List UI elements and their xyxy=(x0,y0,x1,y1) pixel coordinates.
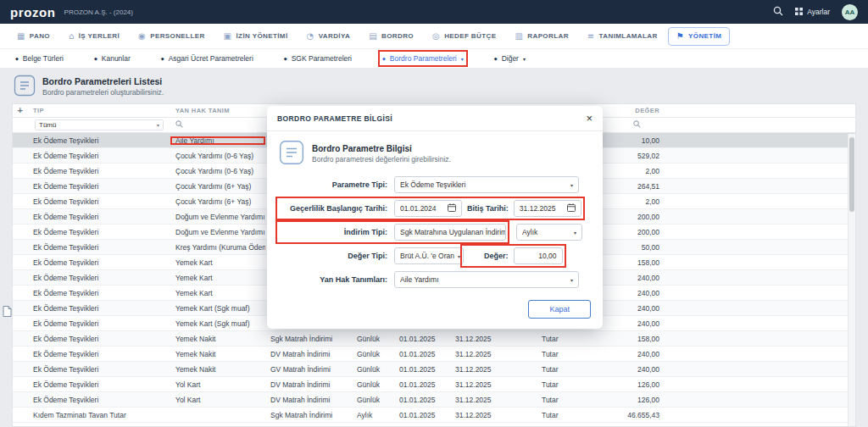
cell-degertipi: Tutar xyxy=(537,335,587,343)
close-icon[interactable]: × xyxy=(586,113,593,124)
personeller-icon: ◉ xyxy=(138,32,146,41)
subnav-label: Diğer xyxy=(502,54,519,63)
tip-filter-select[interactable]: Tümü ▾ xyxy=(35,119,164,130)
cell-tip: Ek Ödeme Teşvikleri xyxy=(28,258,170,267)
cell-baslangic: 01.01.2025 xyxy=(394,396,450,404)
cell-bitis: 31.12.2025 xyxy=(450,335,537,343)
cell-tip: Ek Ödeme Teşvikleri xyxy=(28,335,170,343)
deger-tipi-select[interactable]: Brüt A.Ü. 'e Oran ▾ xyxy=(394,247,464,264)
cell-tip: Ek Ödeme Teşvikleri xyxy=(28,365,170,374)
nav-tab-is-yerleri[interactable]: ⌂İŞ YERLERİ xyxy=(60,27,128,46)
indirim-tipi-row: İndirim Tipi: Sgk Matrahına Uygulanan İn… xyxy=(279,224,591,241)
deger-tipi-value: Brüt A.Ü. 'e Oran xyxy=(400,252,454,260)
user-avatar[interactable]: AA xyxy=(842,4,858,20)
nav-tab-vardiya[interactable]: ◔VARDİYA xyxy=(298,27,359,46)
table-row[interactable]: Ek Ödeme TeşvikleriYemek NakitGV Matrah … xyxy=(13,362,855,377)
periyot-value: Aylık xyxy=(522,228,537,236)
nav-tab-label: BORDRO xyxy=(381,32,414,40)
yanhak-filter-input[interactable] xyxy=(175,120,183,128)
nav-tab-izin-yonetimi[interactable]: ▣İZİN YÖNETİMİ xyxy=(215,27,297,46)
parametre-tipi-select[interactable]: Ek Ödeme Teşvikleri ▾ xyxy=(394,176,579,193)
yan-hak-select[interactable]: Aile Yardımı ▾ xyxy=(394,271,579,288)
document-icon[interactable] xyxy=(3,306,12,319)
modal-footer: Kapat xyxy=(267,297,603,329)
hedef-butce-icon: ◎ xyxy=(432,32,440,41)
indirim-tipi-label: İndirim Tipi: xyxy=(279,228,394,236)
vertical-scrollbar[interactable] xyxy=(848,134,855,426)
izin-yonetimi-icon: ▣ xyxy=(224,32,232,41)
add-parameter-button[interactable]: + xyxy=(13,106,28,115)
table-row[interactable]: Ek Ödeme TeşvikleriYemek NakitSgk Matrah… xyxy=(13,331,855,347)
subnav-label: Kanunlar xyxy=(102,54,131,63)
nav-tab-raporlar[interactable]: ▥RAPORLAR xyxy=(506,27,576,46)
filter-cell: Tümü ▾ xyxy=(28,119,170,130)
bordro-icon: ▤ xyxy=(369,32,377,41)
nav-tab-personeller[interactable]: ◉PERSONELLER xyxy=(130,27,214,46)
cell-yanhak: Doğum ve Evlenme Yardımı xyxy=(170,213,265,221)
cell-tip: Ek Ödeme Teşvikleri xyxy=(28,319,170,328)
subnav-item-sgk-parametreleri[interactable]: ◆SGK Parametreleri xyxy=(284,54,352,63)
cell-tip: Ek Ödeme Teşvikleri xyxy=(28,289,170,297)
cell-bitis: 31.12.2025 xyxy=(450,365,537,374)
pano-icon: ▦ xyxy=(17,32,25,41)
bitis-tarihi-input[interactable]: 31.12.2025 xyxy=(514,200,581,217)
cell-bitis: 31.12.2025 xyxy=(450,380,537,389)
topbar-actions: Ayarlar AA xyxy=(773,4,858,20)
subnav-item-belge-turleri[interactable]: ◆Belge Türleri xyxy=(15,54,64,63)
bullet-icon: ◆ xyxy=(284,56,287,61)
yan-hak-row: Yan Hak Tanımları: Aile Yardımı ▾ xyxy=(279,271,591,288)
calendar-icon[interactable] xyxy=(567,203,576,214)
bullet-icon: ◆ xyxy=(94,56,97,61)
cell-yanhak: Yol Kart xyxy=(170,396,265,404)
table-row[interactable]: Kıdem Tazminatı Tavan TutarSgk Matrah İn… xyxy=(13,408,855,423)
indirim-tipi-select[interactable]: Sgk Matrahına Uygulanan İndirim ▾ xyxy=(394,224,506,241)
app-logo[interactable]: prozon xyxy=(10,5,56,19)
deger-input[interactable]: 10,00 xyxy=(514,247,563,264)
nav-tab-pano[interactable]: ▦PANO xyxy=(8,27,58,46)
nav-tab-label: İZİN YÖNETİMİ xyxy=(236,32,287,40)
nav-tab-bordro[interactable]: ▤BORDRO xyxy=(360,27,422,46)
subnav-label: Belge Türleri xyxy=(23,54,64,63)
chevron-down-icon: ▾ xyxy=(570,277,573,283)
cell-bitis: 31.12.2025 xyxy=(450,396,537,404)
subnav-item-asgari-ucret-parametreleri[interactable]: ◆Asgari Ücret Parametreleri xyxy=(161,54,253,63)
scrollbar-thumb[interactable] xyxy=(849,137,854,212)
subnav-item-bordro-parametreleri[interactable]: ◆Bordro Parametreleri▾ xyxy=(382,54,464,63)
tarih-annotation-box: Geçerlilik Başlangıç Tarihi: 01.01.2024 … xyxy=(279,200,581,217)
nav-tab-hedef-butce[interactable]: ◎HEDEF BÜTÇE xyxy=(424,27,504,46)
cell-yanhak: Yemek Kart xyxy=(170,258,265,267)
cell-indirim: Sgk Matrah İndirimi xyxy=(265,411,352,419)
cell-tip: Ek Ödeme Teşvikleri xyxy=(28,213,170,221)
nav-tab-yonetim[interactable]: ⚑YÖNETİM xyxy=(668,27,731,46)
parametre-tipi-label: Parametre Tipi: xyxy=(279,180,394,189)
filter-cell xyxy=(170,120,265,130)
table-row[interactable]: Ek Ödeme TeşvikleriYol KartDV Matrah İnd… xyxy=(13,392,855,408)
nav-tab-tanimlamalar[interactable]: ≡TANIMLAMALAR xyxy=(579,27,666,46)
col-header-yanhak[interactable]: YAN HAK TANIM xyxy=(170,107,265,114)
col-header-tip[interactable]: TIP xyxy=(28,107,170,114)
subnav-label: Asgari Ücret Parametreleri xyxy=(169,54,253,63)
table-row[interactable]: Ek Ödeme TeşvikleriYol KartDV Matrah İnd… xyxy=(13,377,855,392)
nav-tab-label: RAPORLAR xyxy=(527,32,569,40)
cell-tip: Ek Ödeme Teşvikleri xyxy=(28,167,170,175)
deger-filter-input[interactable] xyxy=(633,120,659,128)
subnav-item-kanunlar[interactable]: ◆Kanunlar xyxy=(94,54,131,63)
cell-deger: 126,00 xyxy=(587,380,668,389)
modal-subtitle: Bordro parametresi değerlerini girebilir… xyxy=(312,155,451,164)
baslangic-tarihi-input[interactable]: 01.01.2024 xyxy=(394,200,462,217)
cell-yanhak: Çocuk Yardımı (6+ Yaş) xyxy=(170,197,265,206)
calendar-icon[interactable] xyxy=(448,203,456,214)
settings-button[interactable]: Ayarlar xyxy=(795,8,830,17)
subnav-item-diger[interactable]: ◆Diğer▾ xyxy=(494,54,526,63)
nav-tab-label: PANO xyxy=(30,32,50,40)
periyot-select[interactable]: Aylık ▾ xyxy=(516,224,582,241)
table-row[interactable]: Ek Ödeme TeşvikleriYemek NakitDV Matrah … xyxy=(13,347,855,362)
cell-tip: Ek Ödeme Teşvikleri xyxy=(28,152,170,160)
bitis-tarihi-label: Bitiş Tarihi: xyxy=(462,204,514,213)
cell-yanhak: Çocuk Yardımı (6+ Yaş) xyxy=(170,182,265,191)
cell-yanhak: Kreş Yardımı (Kuruma Ödeme) xyxy=(170,243,265,252)
deger-annotation-box: Değer: 10,00 xyxy=(464,247,563,264)
kapat-button[interactable]: Kapat xyxy=(528,300,591,319)
cell-baslangic: 01.01.2025 xyxy=(394,380,450,389)
search-icon[interactable] xyxy=(773,6,783,18)
